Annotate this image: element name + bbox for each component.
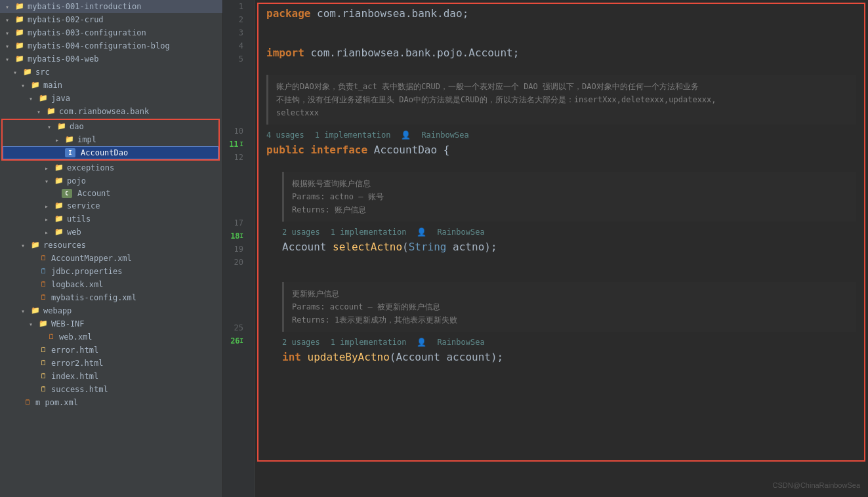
tree-item-main[interactable]: 📁 main [0, 79, 222, 92]
arrow-mybatis003 [5, 30, 13, 37]
line-num-18: 18 I [223, 229, 249, 243]
code-line-20 [258, 266, 864, 279]
folder-icon-webapp: 📁 [30, 306, 41, 316]
tree-item-service[interactable]: 📁 service [0, 199, 222, 212]
xml-icon-accountmapper: 🗒 [38, 253, 49, 264]
code-line-19 [258, 253, 864, 266]
tree-item-pojo[interactable]: 📁 pojo [0, 174, 222, 188]
code-line-18: Account selectActno(String actno); [258, 240, 864, 253]
label-exceptions: exceptions [67, 163, 114, 172]
arrow-dao [47, 123, 55, 130]
impl-count-3: 1 implementation [331, 338, 407, 347]
label-java: java [51, 94, 70, 103]
label-pojo: pojo [67, 176, 86, 186]
label-dao: dao [70, 122, 84, 131]
code-line-1: package com.rianbowsea.bank.dao; [258, 7, 864, 20]
tree-item-errorhtml[interactable]: 🗒 error.html [0, 344, 222, 357]
author-2: RainbowSea [437, 228, 484, 237]
html-icon-error2: 🗒 [38, 358, 49, 368]
impl-count-1: 1 implementation [315, 130, 391, 140]
code-line-2 [258, 20, 864, 33]
code-line-26: int updateByActno(Account account); [258, 350, 864, 363]
tree-item-resources[interactable]: 📁 resources [0, 239, 222, 252]
file-tree[interactable]: 📁 mybatis-001-introduction 📁 mybatis-002… [0, 0, 223, 497]
impl-count-2: 1 implementation [331, 228, 407, 237]
folder-icon-package: 📁 [46, 106, 56, 117]
tree-item-impl[interactable]: 📁 impl [3, 133, 218, 146]
folder-icon-web: 📁 [54, 227, 64, 237]
tree-item-java[interactable]: 📁 java [0, 92, 222, 105]
tree-item-indexhtml[interactable]: 🗒 index.html [0, 370, 222, 383]
tree-item-mybatis002[interactable]: 📁 mybatis-002-crud [0, 13, 222, 26]
label-account: Account [77, 189, 111, 198]
tree-item-jdbc[interactable]: 🗒 jdbc.properties [0, 265, 222, 278]
line-num-11: 11 I [223, 138, 249, 151]
tree-item-pomxml[interactable]: 🗒 m pom.xml [0, 396, 222, 409]
arrow-webapp [21, 308, 29, 315]
label-mybatis001: mybatis-001-introduction [28, 2, 141, 11]
html-icon-error: 🗒 [38, 345, 49, 355]
folder-icon-impl: 📁 [64, 134, 75, 145]
folder-icon-mybatis001: 📁 [14, 1, 25, 12]
usage-line-3: 2 usages 1 implementation 👤 RainbowSea [258, 334, 864, 350]
label-mybatisconfig: mybatis-config.xml [51, 293, 136, 302]
tree-item-mybatis004blog[interactable]: 📁 mybatis-004-configuration-blog [0, 39, 222, 52]
tree-item-accountdao[interactable]: I AccountDao [3, 146, 218, 159]
tree-item-utils[interactable]: 📁 utils [0, 212, 222, 226]
tree-item-webxml[interactable]: 🗒 web.xml [0, 330, 222, 344]
arrow-mybatis001 [5, 3, 13, 10]
tree-item-src[interactable]: 📁 src [0, 66, 222, 79]
tree-item-successhtml[interactable]: 🗒 success.html [0, 383, 222, 396]
arrow-main [21, 82, 29, 89]
line-num-12: 12 [223, 151, 249, 164]
folder-icon-service: 📁 [54, 201, 64, 211]
label-webapp: webapp [43, 306, 72, 315]
author-1: RainbowSea [421, 130, 468, 140]
tree-item-web[interactable]: 📁 web [0, 226, 222, 239]
label-resources: resources [43, 241, 86, 250]
tree-item-exceptions[interactable]: 📁 exceptions [0, 161, 222, 174]
tree-item-account-class[interactable]: C Account [0, 188, 222, 199]
tree-item-accountmapper[interactable]: 🗒 AccountMapper.xml [0, 252, 222, 265]
doc-comment-line-2: 不挂钩，没有任何业务逻辑在里头 DAo中的方法就是CRUD的，所以方法名大部分是… [276, 93, 848, 106]
line-num-21 [223, 269, 249, 321]
user-icon-3: 👤 [417, 338, 426, 347]
arrow-impl [55, 136, 63, 144]
label-utils: utils [67, 214, 91, 224]
tree-item-dao[interactable]: 📁 dao [3, 120, 218, 133]
xml-icon-pom: 🗒 [22, 397, 33, 408]
label-error2html: error2.html [51, 359, 103, 368]
tree-item-webapp[interactable]: 📁 webapp [0, 304, 222, 317]
tree-item-logback[interactable]: 🗒 logback.xml [0, 278, 222, 291]
label-main: main [43, 81, 62, 90]
user-icon-2: 👤 [417, 228, 426, 237]
tree-item-error2html[interactable]: 🗒 error2.html [0, 357, 222, 370]
tree-item-mybatis001[interactable]: 📁 mybatis-001-introduction [0, 0, 222, 13]
code-editor[interactable]: 1 2 3 4 5 10 11 I 12 17 18 I 19 20 25 26… [223, 0, 868, 497]
line-num-10: 10 [223, 125, 249, 138]
label-mybatis004blog: mybatis-004-configuration-blog [28, 41, 170, 50]
folder-icon-mybatis003: 📁 [14, 28, 25, 38]
tree-item-package[interactable]: 📁 com.rianbowsea.bank [0, 105, 222, 118]
arrow-utils [45, 216, 52, 223]
folder-icon-mybatis004web: 📁 [14, 54, 25, 64]
line-num-13 [223, 164, 249, 216]
arrow-src [13, 69, 21, 76]
line-numbers-gutter: 1 2 3 4 5 10 11 I 12 17 18 I 19 20 25 26… [223, 0, 255, 497]
label-accountdao: AccountDao [81, 148, 128, 157]
arrow-service [45, 203, 52, 210]
author-3: RainbowSea [437, 338, 484, 347]
label-impl: impl [77, 135, 96, 144]
tree-item-mybatis003[interactable]: 📁 mybatis-003-configuration [0, 26, 222, 39]
tree-item-mybatis004web[interactable]: 📁 mybatis-004-web [0, 52, 222, 66]
label-successhtml: success.html [51, 385, 108, 394]
line-num-5: 5 [223, 52, 249, 66]
code-line-4: import com.rianbowsea.bank.pojo.Account; [258, 46, 864, 59]
tree-item-webinf[interactable]: 📁 WEB-INF [0, 317, 222, 330]
line-num-6 [223, 66, 249, 105]
line-num-4: 4 [223, 39, 249, 52]
arrow-webinf [29, 321, 37, 328]
code-line-5 [258, 59, 864, 72]
folder-icon-resources: 📁 [30, 240, 41, 250]
tree-item-mybatisconfig[interactable]: 🗒 mybatis-config.xml [0, 291, 222, 304]
